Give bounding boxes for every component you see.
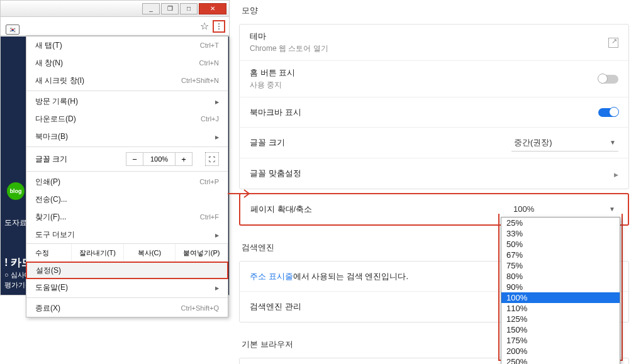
manage-engines-title: 검색엔진 관리 bbox=[250, 301, 301, 312]
page-zoom-title: 페이지 확대/축소 bbox=[250, 204, 312, 215]
zoom-option[interactable]: 25% bbox=[501, 218, 620, 228]
maximize-button[interactable]: □ bbox=[180, 3, 198, 14]
chevron-right-icon bbox=[215, 132, 219, 141]
caret-down-icon: ▼ bbox=[609, 206, 615, 212]
page-zoom-select[interactable]: 100% ▼ bbox=[511, 201, 618, 218]
menu-cut[interactable]: 잘라내기(T) bbox=[72, 244, 124, 262]
zoom-percent: 100% bbox=[143, 152, 175, 166]
row-theme[interactable]: 테마 Chrome 웹 스토어 열기 bbox=[240, 25, 628, 61]
bookmark-star-icon[interactable]: ☆ bbox=[200, 20, 209, 32]
zoom-out-button[interactable]: − bbox=[126, 152, 143, 166]
home-button-toggle[interactable] bbox=[598, 75, 618, 84]
settings-page: 모양 테마 Chrome 웹 스토어 열기 홈 버튼 표시 사용 중지 북마크바… bbox=[239, 0, 629, 364]
menu-more-tools[interactable]: 도구 더보기 bbox=[26, 226, 228, 243]
theme-title: 테마 bbox=[250, 31, 328, 42]
zoom-option[interactable]: 175% bbox=[501, 335, 620, 346]
zoom-option[interactable]: 150% bbox=[501, 324, 620, 335]
annotation-arrow-icon bbox=[226, 187, 252, 200]
page-zoom-dropdown: 25%33%50%67%75%80%90%100%110%125%150%175… bbox=[501, 217, 620, 364]
restore-button[interactable]: ❐ bbox=[161, 3, 179, 14]
title-bar: _ ❐ □ ✕ bbox=[1, 1, 229, 17]
section-appearance-title: 모양 bbox=[239, 0, 629, 24]
edit-label: 수정 bbox=[26, 244, 72, 262]
menu-new-tab[interactable]: 새 탭(T)Ctrl+T bbox=[26, 36, 228, 54]
menu-bookmarks[interactable]: 북마크(B) bbox=[26, 128, 228, 145]
kebab-menu-button[interactable] bbox=[213, 20, 225, 33]
zoom-option[interactable]: 90% bbox=[501, 282, 620, 292]
menu-exit[interactable]: 종료(X)Ctrl+Shift+Q bbox=[26, 299, 228, 317]
menu-incognito[interactable]: 새 시크릿 창(I)Ctrl+Shift+N bbox=[26, 72, 228, 89]
menu-copy[interactable]: 복사(C) bbox=[124, 244, 176, 262]
close-button[interactable]: ✕ bbox=[199, 3, 226, 14]
zoom-in-button[interactable]: + bbox=[175, 152, 192, 166]
browser-window: _ ❐ □ ✕ ☆ 🇰🇷 국가 알아 blog 도자료 ! 카드 ○ 심사대상 … bbox=[0, 0, 230, 295]
blog-icon: blog bbox=[7, 182, 25, 200]
caret-down-icon: ▼ bbox=[610, 139, 616, 146]
bookmark-bar-toggle[interactable] bbox=[598, 108, 618, 117]
chevron-right-icon bbox=[215, 283, 219, 292]
menu-downloads[interactable]: 다운로드(D)Ctrl+J bbox=[26, 110, 228, 128]
menu-edit-row: 수정 잘라내기(T) 복사(C) 붙여넣기(P) bbox=[26, 243, 228, 262]
appearance-card: 테마 Chrome 웹 스토어 열기 홈 버튼 표시 사용 중지 북마크바 표시… bbox=[239, 24, 629, 189]
menu-print[interactable]: 인쇄(P)Ctrl+P bbox=[26, 173, 228, 190]
font-size-title: 글꼴 크기 bbox=[250, 137, 285, 148]
menu-separator bbox=[26, 297, 228, 298]
menu-separator bbox=[26, 171, 228, 172]
addr-link: 주소 표시줄 bbox=[250, 272, 293, 281]
zoom-option[interactable]: 75% bbox=[501, 260, 620, 271]
zoom-option[interactable]: 100% bbox=[501, 292, 620, 303]
row-bookmark-bar: 북마크바 표시 bbox=[240, 97, 628, 128]
home-button-sub: 사용 중지 bbox=[250, 80, 295, 91]
fullscreen-icon[interactable]: ⛶ bbox=[205, 152, 219, 166]
zoom-option[interactable]: 67% bbox=[501, 250, 620, 260]
menu-find[interactable]: 찾기(F)...Ctrl+F bbox=[26, 208, 228, 226]
row-font-custom[interactable]: 글꼴 맞춤설정 bbox=[240, 158, 628, 189]
zoom-option[interactable]: 200% bbox=[501, 346, 620, 356]
menu-settings[interactable]: 설정(S) bbox=[26, 262, 228, 279]
menu-separator bbox=[26, 146, 228, 147]
menu-zoom-row: 글꼴 크기 − 100% + ⛶ bbox=[26, 148, 228, 170]
zoom-label: 글꼴 크기 bbox=[35, 154, 67, 165]
chevron-right-icon bbox=[215, 230, 219, 239]
toolbar-row: ☆ bbox=[1, 17, 229, 36]
menu-new-window[interactable]: 새 창(N)Ctrl+N bbox=[26, 54, 228, 72]
menu-paste[interactable]: 붙여넣기(P) bbox=[176, 244, 228, 262]
flag-icon: 🇰🇷 bbox=[6, 25, 20, 35]
menu-separator bbox=[26, 91, 228, 91]
zoom-option[interactable]: 110% bbox=[501, 303, 620, 314]
zoom-option[interactable]: 33% bbox=[501, 228, 620, 239]
menu-cast[interactable]: 전송(C)... bbox=[26, 190, 228, 208]
menu-help[interactable]: 도움말(E) bbox=[26, 279, 228, 296]
zoom-option[interactable]: 250% bbox=[501, 356, 620, 364]
font-size-select[interactable]: 중간(권장) ▼ bbox=[511, 134, 618, 152]
zoom-option[interactable]: 50% bbox=[501, 239, 620, 250]
dots-icon bbox=[218, 23, 220, 25]
minimize-button[interactable]: _ bbox=[142, 3, 160, 14]
external-link-icon bbox=[608, 38, 618, 48]
main-menu-dropdown: 새 탭(T)Ctrl+T 새 창(N)Ctrl+N 새 시크릿 창(I)Ctrl… bbox=[26, 36, 228, 317]
row-font-size: 글꼴 크기 중간(권장) ▼ bbox=[240, 128, 628, 158]
row-page-zoom-card: 페이지 확대/축소 100% ▼ 25%33%50%67%75%80%90%10… bbox=[239, 193, 629, 226]
menu-history[interactable]: 방문 기록(H) bbox=[26, 92, 228, 110]
zoom-option[interactable]: 125% bbox=[501, 314, 620, 324]
font-custom-title: 글꼴 맞춤설정 bbox=[250, 168, 301, 179]
bg-text: 도자료 bbox=[4, 218, 27, 228]
chevron-right-icon bbox=[614, 169, 618, 179]
theme-sub: Chrome 웹 스토어 열기 bbox=[250, 43, 328, 54]
home-button-title: 홈 버튼 표시 bbox=[250, 67, 295, 79]
chevron-right-icon bbox=[215, 97, 219, 106]
zoom-option[interactable]: 80% bbox=[501, 271, 620, 282]
row-home-button: 홈 버튼 표시 사용 중지 bbox=[240, 61, 628, 97]
bookmark-bar-title: 북마크바 표시 bbox=[250, 107, 301, 118]
